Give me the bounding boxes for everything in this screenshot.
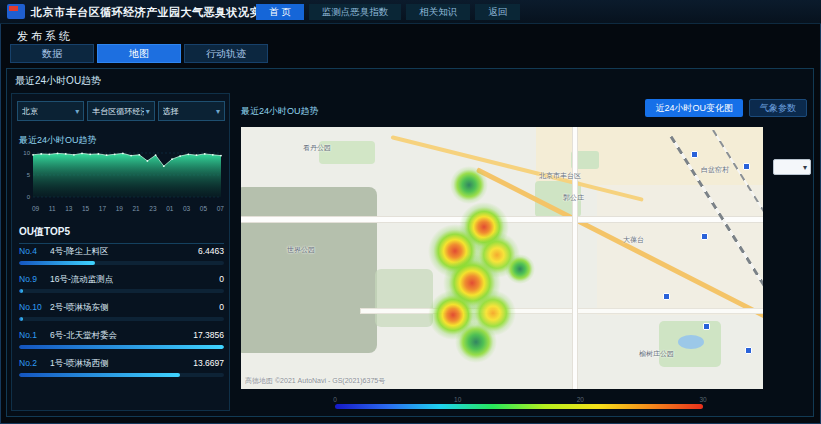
svg-text:10: 10 <box>23 150 30 156</box>
heatmap-blob <box>450 166 488 204</box>
filter-selects: 北京 ▾ 丰台区循环经济产 ▾ 选择 ▾ <box>17 101 225 121</box>
heat-legend: 0102030 <box>335 398 703 412</box>
ou-trend-chart: 0510 <box>17 147 225 205</box>
site-select-value: 选择 <box>163 106 179 117</box>
map-panel-title: 最近24小时OU趋势 <box>241 105 319 118</box>
map-place-label: 白盆窑村 <box>701 165 729 175</box>
top5-site-label: 1号-喷淋场西侧 <box>50 358 193 370</box>
top5-rank: No.1 <box>19 330 50 340</box>
site-select[interactable]: 选择 ▾ <box>158 101 225 121</box>
city-select-value: 北京 <box>22 106 38 117</box>
top5-value: 0 <box>219 274 224 284</box>
nav-back[interactable]: 返回 <box>475 4 520 20</box>
top5-site-label: 6号-北天堂村委会 <box>50 330 193 342</box>
tab-data[interactable]: 数据 <box>10 44 94 63</box>
map-attribution: 高德地图 ©2021 AutoNavi - GS(2021)6375号 <box>245 376 385 386</box>
map-park-area <box>375 269 433 327</box>
heatmap-blob <box>455 321 497 363</box>
metro-station-icon <box>745 347 752 354</box>
map-place-label: 北京市丰台区 <box>539 171 581 181</box>
top5-site-label: 4号-降尘上料区 <box>50 246 198 258</box>
nav-knowledge[interactable]: 相关知识 <box>406 4 470 20</box>
map-place-label: 榆树庄公园 <box>639 349 674 359</box>
nav-odor-index[interactable]: 监测点恶臭指数 <box>309 4 402 20</box>
tab-map[interactable]: 地图 <box>97 44 181 63</box>
system-label: 发布系统 <box>17 29 73 44</box>
map-water <box>678 335 704 349</box>
top5-value: 17.3856 <box>193 330 224 340</box>
x-tick: 05 <box>200 205 207 212</box>
top-nav: 首 页 监测点恶臭指数 相关知识 返回 <box>256 4 520 20</box>
chevron-down-icon: ▾ <box>75 107 79 116</box>
main-panel: 最近24小时OU趋势 北京 ▾ 丰台区循环经济产 ▾ 选择 ▾ 最近24小时OU… <box>6 68 814 417</box>
heatmap-blob <box>505 254 535 284</box>
map-panel: 最近24小时OU趋势 近24小时OU变化图 气象参数 高德地图 ©2021 Au… <box>235 93 811 415</box>
map-place-label: 看丹公园 <box>303 143 331 153</box>
top5-row: No.16号-北天堂村委会17.3856 <box>19 330 224 349</box>
nav-home[interactable]: 首 页 <box>256 4 304 20</box>
park-select-value: 丰台区循环经济产 <box>92 106 143 117</box>
legend-tick: 20 <box>577 396 584 403</box>
chevron-down-icon: ▾ <box>216 107 220 116</box>
top5-bar-track <box>19 317 224 321</box>
svg-text:0: 0 <box>27 194 31 200</box>
top5-rank: No.4 <box>19 246 50 256</box>
top5-list: No.44号-降尘上料区6.4463No.916号-流动监测点0No.102号-… <box>19 246 224 386</box>
top5-bar-track <box>19 345 224 349</box>
x-tick: 21 <box>132 205 139 212</box>
top5-row: No.102号-喷淋场东侧0 <box>19 302 224 321</box>
app-title: 北京市丰台区循环经济产业园大气恶臭状况实时 <box>31 0 273 24</box>
top5-bar-fill <box>19 261 95 265</box>
x-tick: 07 <box>217 205 224 212</box>
top5-bar-track <box>19 261 224 265</box>
top5-row: No.21号-喷淋场西侧13.6697 <box>19 358 224 377</box>
x-tick: 17 <box>99 205 106 212</box>
top-header: 北京市丰台区循环经济产业园大气恶臭状况实时 首 页 监测点恶臭指数 相关知识 返… <box>0 0 821 24</box>
x-tick: 15 <box>82 205 89 212</box>
x-tick: 11 <box>49 205 56 212</box>
chart-title: 最近24小时OU趋势 <box>19 134 97 147</box>
weather-params-button[interactable]: 气象参数 <box>749 99 807 117</box>
top5-value: 0 <box>219 302 224 312</box>
city-select[interactable]: 北京 ▾ <box>17 101 84 121</box>
x-tick: 13 <box>65 205 72 212</box>
top5-bar-fill <box>19 289 23 293</box>
ou-change-chart-button[interactable]: 近24小时OU变化图 <box>645 99 743 117</box>
x-tick: 09 <box>32 205 39 212</box>
top5-value: 13.6697 <box>193 358 224 368</box>
top5-rank: No.10 <box>19 302 50 312</box>
chevron-down-icon: ▾ <box>803 163 807 172</box>
tab-track[interactable]: 行动轨迹 <box>184 44 268 63</box>
metro-station-icon <box>691 151 698 158</box>
chevron-down-icon: ▾ <box>146 107 150 116</box>
top5-bar-fill <box>19 317 23 321</box>
top5-value: 6.4463 <box>198 246 224 256</box>
legend-gradient-bar <box>335 404 703 409</box>
map-urban-zone <box>597 185 763 315</box>
top5-row: No.916号-流动监测点0 <box>19 274 224 293</box>
top5-title: OU值TOP5 <box>19 225 224 244</box>
metro-station-icon <box>663 293 670 300</box>
metro-station-icon <box>701 233 708 240</box>
top5-bar-track <box>19 289 224 293</box>
map-road <box>361 309 763 313</box>
svg-text:5: 5 <box>27 172 31 178</box>
chart-x-axis: 091113151719212301030507 <box>32 205 224 212</box>
map-extra-select[interactable]: ▾ <box>773 159 811 175</box>
top5-site-label: 2号-喷淋场东侧 <box>50 302 219 314</box>
top5-row: No.44号-降尘上料区6.4463 <box>19 246 224 265</box>
map-canvas[interactable]: 高德地图 ©2021 AutoNavi - GS(2021)6375号 看丹公园… <box>241 127 763 389</box>
map-place-label: 世界公园 <box>287 245 315 255</box>
map-buttons: 近24小时OU变化图 气象参数 <box>645 99 807 117</box>
map-road <box>573 127 577 389</box>
top5-site-label: 16号-流动监测点 <box>50 274 219 286</box>
view-tabs: 数据 地图 行动轨迹 <box>10 44 268 63</box>
park-select[interactable]: 丰台区循环经济产 ▾ <box>87 101 154 121</box>
top5-bar-fill <box>19 345 224 349</box>
x-tick: 01 <box>166 205 173 212</box>
map-park-area <box>241 187 377 353</box>
x-tick: 23 <box>149 205 156 212</box>
map-place-label: 大葆台 <box>623 235 644 245</box>
legend-tick: 30 <box>699 396 706 403</box>
legend-tick: 0 <box>333 396 337 403</box>
